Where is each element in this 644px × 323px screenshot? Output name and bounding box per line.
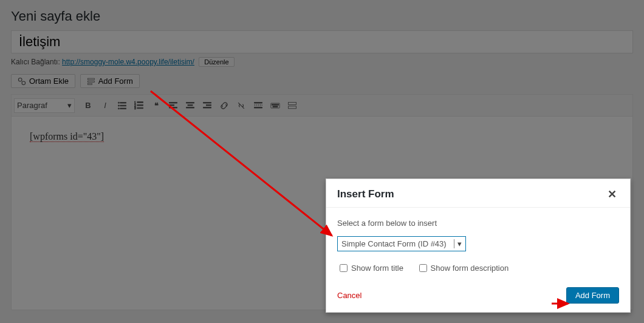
show-title-checkbox-wrap[interactable]: Show form title xyxy=(337,262,403,274)
caret-down-icon: ▾ xyxy=(454,239,462,248)
modal-title: Insert Form xyxy=(337,188,394,200)
cancel-button[interactable]: Cancel xyxy=(337,291,361,300)
modal-body: Select a form below to insert Simple Con… xyxy=(326,208,630,280)
show-desc-checkbox[interactable] xyxy=(419,264,427,272)
show-title-label: Show form title xyxy=(351,264,403,273)
modal-instruction: Select a form below to insert xyxy=(337,219,619,228)
insert-form-modal: Insert Form ✕ Select a form below to ins… xyxy=(326,178,631,313)
modal-close-button[interactable]: ✕ xyxy=(605,188,619,201)
modal-footer: Cancel Add Form xyxy=(326,280,630,312)
show-desc-checkbox-wrap[interactable]: Show form description xyxy=(417,262,509,274)
show-title-checkbox[interactable] xyxy=(340,264,348,272)
form-select-dropdown[interactable]: Simple Contact Form (ID #43) ▾ xyxy=(337,236,466,251)
submit-add-form-button[interactable]: Add Form xyxy=(566,287,619,304)
modal-header: Insert Form ✕ xyxy=(326,179,630,208)
close-icon: ✕ xyxy=(608,188,617,200)
form-select-value: Simple Contact Form (ID #43) xyxy=(341,239,447,248)
show-desc-label: Show form description xyxy=(431,264,509,273)
modal-options: Show form title Show form description xyxy=(337,262,619,274)
